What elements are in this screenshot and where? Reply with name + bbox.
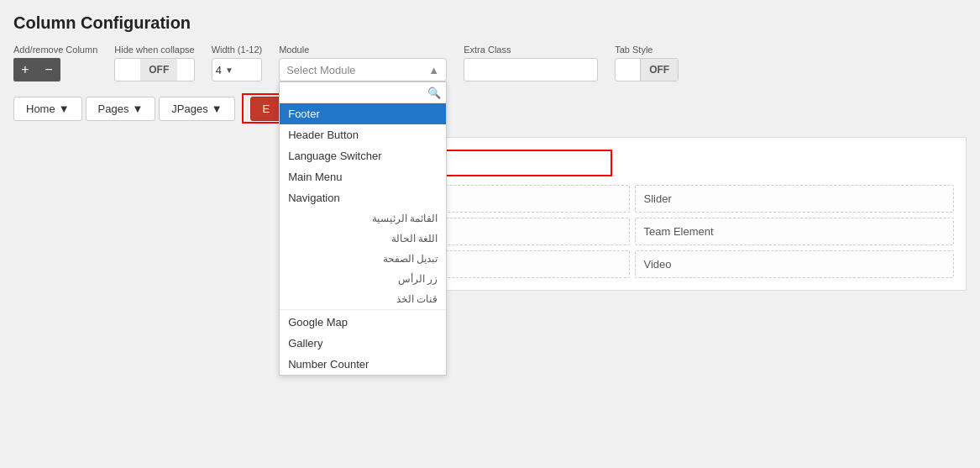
- remove-column-button[interactable]: −: [37, 58, 60, 82]
- config-bar: Add/remove Column + − Hide when collapse…: [13, 45, 967, 82]
- module-item-header-button[interactable]: Header Button: [280, 124, 446, 145]
- module-select-placeholder: Select Module: [286, 64, 355, 76]
- content-area: Pie Counter 1 Pricing Slider Tabs: [13, 137, 967, 291]
- module-label: Module: [279, 45, 447, 55]
- home-label: Home: [26, 103, 55, 115]
- module-item-ar4[interactable]: زر الرأس: [280, 269, 446, 289]
- edit-button[interactable]: E: [250, 97, 283, 121]
- jpages-label: JPages: [171, 103, 207, 115]
- tile-slider[interactable]: Slider: [635, 185, 955, 213]
- nav-bar: Home ▼ Pages ▼ JPages ▼ E 2: [13, 93, 967, 124]
- add-column-button[interactable]: +: [13, 58, 37, 82]
- jpages-dropdown-icon: ▼: [212, 103, 223, 115]
- add-remove-buttons: + −: [13, 58, 97, 82]
- module-item-ar5[interactable]: قنات الخذ: [280, 289, 446, 309]
- width-group: Width (1-12) 4 ▼: [212, 45, 263, 82]
- home-dropdown-icon: ▼: [59, 103, 70, 115]
- module-item-google-map[interactable]: Google Map: [280, 312, 446, 333]
- hide-collapse-off-label: OFF: [140, 59, 177, 81]
- module-search-row: 🔍: [280, 82, 446, 103]
- tab-style-group: Tab Style OFF: [615, 45, 679, 82]
- module-list: Footer Header Button Language Switcher M…: [280, 103, 446, 309]
- page-title: Column Configuration: [13, 13, 967, 33]
- tile-video[interactable]: Video: [635, 250, 955, 278]
- jpages-nav-button[interactable]: JPages ▼: [159, 97, 234, 121]
- tab-style-off-label: OFF: [641, 59, 678, 81]
- red-input-box: [419, 150, 612, 176]
- module-select-wrapper: Select Module ▲ 🔍 Footer Header Button L…: [279, 58, 447, 82]
- width-value: 4: [216, 64, 222, 76]
- module-select-arrow-icon: ▲: [428, 64, 439, 76]
- edit-label: E: [263, 103, 270, 115]
- module-item-footer[interactable]: Footer: [280, 103, 446, 124]
- pages-label: Pages: [98, 103, 129, 115]
- add-remove-label: Add/remove Column: [13, 45, 97, 55]
- hide-collapse-group: Hide when collapse OFF: [114, 45, 194, 82]
- pages-dropdown-icon: ▼: [132, 103, 143, 115]
- module-item-number-counter[interactable]: Number Counter: [280, 354, 446, 375]
- home-nav-button[interactable]: Home ▼: [13, 97, 82, 121]
- module-select-button[interactable]: Select Module ▲: [279, 58, 447, 82]
- tab-style-label: Tab Style: [615, 45, 679, 55]
- tab-style-toggle[interactable]: OFF: [615, 58, 679, 82]
- main-content: Home ▼ Pages ▼ JPages ▼ E 2: [13, 93, 967, 291]
- module-dropdown: 🔍 Footer Header Button Language Switcher…: [279, 82, 447, 376]
- module-item-navigation[interactable]: Navigation: [280, 187, 446, 208]
- add-remove-group: Add/remove Column + −: [13, 45, 97, 82]
- module-below-items: Google Map Gallery Number Counter: [280, 309, 446, 375]
- module-item-language-switcher[interactable]: Language Switcher: [280, 145, 446, 166]
- width-select[interactable]: 4 ▼: [212, 58, 263, 82]
- tile-team-element[interactable]: Team Element: [635, 218, 955, 245]
- extra-class-label: Extra Class: [464, 45, 598, 55]
- module-item-gallery[interactable]: Gallery: [280, 333, 446, 354]
- search-icon: 🔍: [427, 87, 441, 99]
- pages-nav-button[interactable]: Pages ▼: [86, 97, 156, 121]
- module-search-input[interactable]: [285, 85, 427, 100]
- width-label: Width (1-12): [212, 45, 263, 55]
- left-panel: [13, 137, 291, 291]
- extra-class-input[interactable]: [464, 58, 598, 82]
- module-item-ar3[interactable]: تبديل الصفحة: [280, 249, 446, 269]
- width-arrow-icon: ▼: [225, 66, 233, 75]
- page-wrapper: Column Configuration Add/remove Column +…: [0, 0, 980, 468]
- extra-class-group: Extra Class: [464, 45, 598, 82]
- module-item-ar1[interactable]: القائمة الرئيسية: [280, 208, 446, 229]
- hide-collapse-toggle[interactable]: OFF: [114, 58, 194, 82]
- hide-collapse-label: Hide when collapse: [114, 45, 194, 55]
- module-group: Module Select Module ▲ 🔍 Footer Header B…: [279, 45, 447, 82]
- module-item-main-menu[interactable]: Main Menu: [280, 166, 446, 187]
- module-item-ar2[interactable]: اللغة الحالة: [280, 229, 446, 249]
